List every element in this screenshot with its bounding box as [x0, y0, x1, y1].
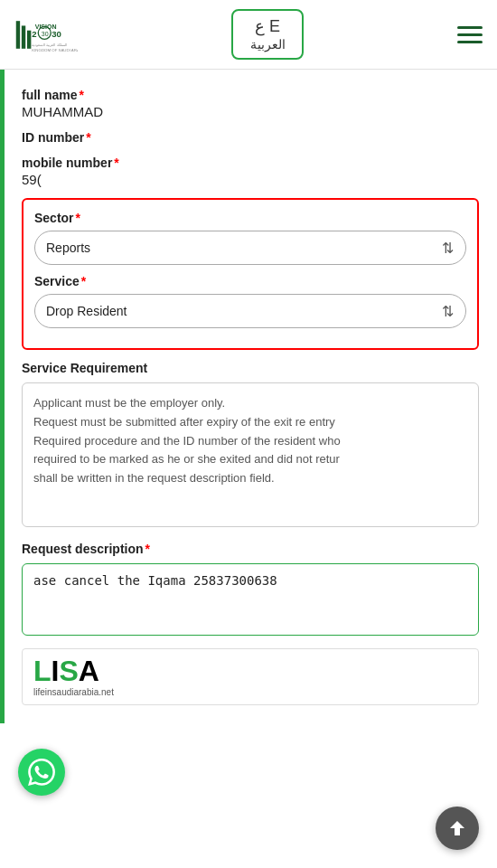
form-container: full name* MUHAMMAD ID number* mobile nu…	[0, 70, 497, 723]
mobile-number-field: mobile number* 59(	[22, 156, 479, 187]
service-label: Service*	[34, 274, 466, 288]
scroll-top-button[interactable]	[436, 807, 479, 850]
logo-area: VISION 2 30 30 المملكة العربية السعودية …	[14, 10, 78, 60]
arabic-language-button[interactable]: ع E العربية	[231, 9, 304, 60]
svg-rect-0	[16, 21, 20, 49]
full-name-value: MUHAMMAD	[22, 104, 479, 119]
service-select[interactable]: Drop Resident Exit Re-entry Final Exit O…	[34, 294, 466, 328]
lisa-subtext: lifeinsaudiarabia.net	[33, 687, 114, 697]
id-number-field: ID number*	[22, 130, 479, 145]
service-requirement-text: Applicant must be the employer only. Req…	[33, 396, 341, 485]
lisa-logo: LISA lifeinsaudiarabia.net	[33, 656, 114, 697]
vision2030-logo: VISION 2 30 30 المملكة العربية السعودية …	[14, 10, 78, 60]
sector-dropdown-wrapper: Reports Passports Iqama Other ⇅	[34, 231, 466, 265]
service-requirement-box: Applicant must be the employer only. Req…	[22, 382, 479, 527]
hamburger-line-2	[457, 33, 483, 36]
lisa-logo-text: LISA	[33, 656, 114, 685]
svg-text:المملكة العربية السعودية: المملكة العربية السعودية	[32, 42, 66, 47]
id-number-label: ID number*	[22, 130, 479, 145]
svg-text:KINGDOM OF SAUDI ARABIA: KINGDOM OF SAUDI ARABIA	[32, 48, 78, 52]
request-desc-label: Request description*	[22, 542, 479, 556]
mobile-number-value: 59(	[22, 172, 479, 187]
form-content: full name* MUHAMMAD ID number* mobile nu…	[0, 79, 497, 714]
sector-label: Sector*	[34, 211, 466, 225]
service-requirement-title: Service Requirement	[22, 361, 479, 375]
full-name-label: full name*	[22, 88, 479, 102]
service-dropdown-wrapper: Drop Resident Exit Re-entry Final Exit O…	[34, 294, 466, 328]
lisa-banner: LISA lifeinsaudiarabia.net	[22, 648, 479, 705]
svg-text:2: 2	[32, 28, 36, 38]
arabic-text-label: العربية	[250, 37, 286, 52]
sector-service-box: Sector* Reports Passports Iqama Other ⇅ …	[22, 198, 479, 350]
svg-rect-1	[22, 25, 25, 48]
svg-rect-2	[27, 30, 31, 48]
arrow-up-icon	[446, 817, 468, 839]
arabic-e-label: ع E	[246, 16, 289, 36]
mobile-number-label: mobile number*	[22, 156, 479, 170]
header: VISION 2 30 30 المملكة العربية السعودية …	[0, 0, 497, 70]
svg-text:30: 30	[52, 28, 61, 38]
hamburger-line-1	[457, 26, 483, 29]
hamburger-line-3	[457, 41, 483, 43]
whatsapp-icon	[28, 759, 55, 786]
sector-select[interactable]: Reports Passports Iqama Other	[34, 231, 466, 265]
request-desc-textarea[interactable]: ase cancel the Iqama 25837300638	[22, 563, 479, 636]
full-name-field: full name* MUHAMMAD	[22, 88, 479, 119]
menu-button[interactable]	[457, 26, 483, 43]
left-accent-bar	[0, 70, 5, 723]
svg-text:30: 30	[42, 30, 49, 36]
whatsapp-button[interactable]	[18, 749, 65, 796]
